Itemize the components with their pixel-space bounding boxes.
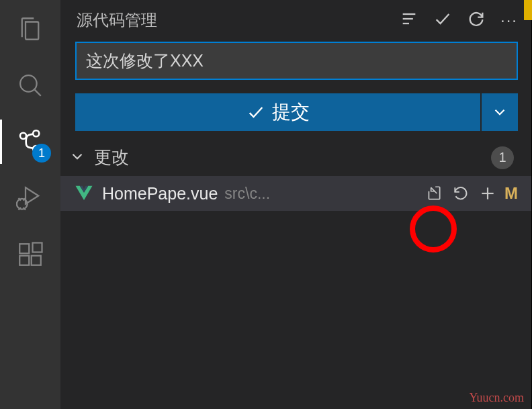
svg-rect-16	[33, 243, 42, 253]
sidebar-title: 源代码管理	[77, 9, 400, 31]
commit-button-label: 提交	[272, 99, 310, 125]
svg-rect-15	[32, 256, 41, 265]
changes-section-label: 更改	[94, 146, 491, 169]
refresh-button[interactable]	[467, 9, 486, 31]
commit-area: 提交	[60, 42, 531, 131]
open-file-button[interactable]	[425, 185, 443, 202]
activity-extensions[interactable]	[13, 238, 47, 271]
activity-bar: 1	[0, 0, 60, 409]
file-status: M	[504, 184, 518, 203]
check-icon	[433, 9, 452, 28]
extensions-icon	[16, 240, 44, 269]
view-mode-button[interactable]	[400, 9, 418, 31]
activity-debug[interactable]	[13, 181, 47, 215]
list-icon	[400, 9, 418, 28]
header-actions: ···	[400, 9, 518, 31]
right-edge-indicator	[524, 0, 532, 20]
svg-point-3	[20, 133, 26, 139]
chevron-down-icon	[69, 148, 86, 168]
svg-point-2	[33, 130, 39, 136]
svg-rect-14	[19, 256, 29, 265]
changes-section-header[interactable]: 更改 1	[60, 131, 531, 172]
watermark: Yuucn.com	[470, 391, 524, 405]
chevron-down-icon	[491, 103, 508, 121]
changed-file-row[interactable]: HomePape.vue src\c...	[60, 176, 531, 211]
file-path: src\c...	[224, 185, 425, 203]
more-actions-button[interactable]: ···	[500, 11, 518, 30]
debug-icon	[16, 184, 44, 212]
commit-dropdown-button[interactable]	[482, 93, 518, 131]
sidebar-header: 源代码管理 ···	[60, 0, 531, 42]
svg-point-0	[20, 75, 37, 92]
changes-count-badge: 1	[491, 146, 514, 169]
vue-file-icon	[74, 183, 94, 203]
plus-icon	[479, 185, 496, 202]
commit-button[interactable]: 提交	[75, 93, 480, 131]
file-name: HomePape.vue	[102, 184, 218, 203]
commit-message-input[interactable]	[75, 42, 518, 80]
check-icon	[247, 103, 265, 122]
commit-action-button[interactable]	[433, 9, 452, 31]
search-icon	[16, 71, 44, 99]
svg-line-1	[35, 90, 41, 96]
refresh-icon	[467, 9, 486, 28]
file-actions	[425, 185, 496, 202]
scm-badge: 1	[32, 144, 51, 163]
undo-icon	[452, 185, 470, 202]
svg-rect-13	[19, 244, 29, 253]
files-icon	[16, 15, 44, 43]
open-file-icon	[425, 185, 443, 202]
scm-sidebar: 源代码管理 ···	[60, 0, 532, 409]
activity-explorer[interactable]	[13, 12, 47, 46]
discard-changes-button[interactable]	[452, 185, 470, 202]
activity-scm[interactable]: 1	[13, 125, 47, 158]
stage-changes-button[interactable]	[479, 185, 496, 202]
commit-row: 提交	[75, 93, 518, 131]
activity-search[interactable]	[13, 69, 47, 102]
